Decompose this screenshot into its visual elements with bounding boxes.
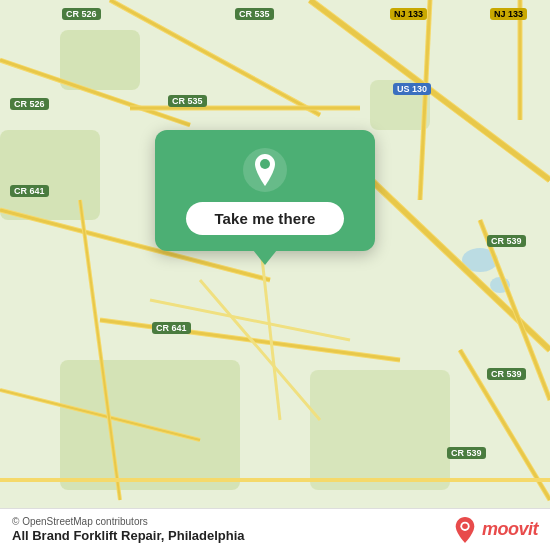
svg-rect-5	[310, 370, 450, 490]
svg-rect-3	[0, 130, 100, 220]
road-badge-us130-right: US 130	[393, 83, 431, 95]
svg-point-40	[462, 523, 468, 529]
location-name: All Brand Forklift Repair, Philadelphia	[12, 528, 245, 543]
popup-card: Take me there	[155, 130, 375, 251]
road-badge-cr539-bottom: CR 539	[447, 447, 486, 459]
bottom-bar: © OpenStreetMap contributors All Brand F…	[0, 508, 550, 550]
road-badge-cr535-mid: CR 535	[168, 95, 207, 107]
svg-line-30	[150, 300, 350, 340]
svg-rect-4	[60, 360, 240, 490]
svg-rect-2	[60, 30, 140, 90]
svg-point-38	[260, 159, 270, 169]
moovit-logo: moovit	[454, 517, 538, 543]
road-badge-nj133-top: NJ 133	[390, 8, 427, 20]
osm-attribution: © OpenStreetMap contributors	[12, 516, 245, 527]
map-container: CR 526 CR 535 NJ 133 NJ 133 CR 526 CR 53…	[0, 0, 550, 550]
map-roads-svg	[0, 0, 550, 550]
road-badge-cr526-left: CR 526	[10, 98, 49, 110]
location-pin-icon	[243, 148, 287, 192]
road-badge-cr526-top: CR 526	[62, 8, 101, 20]
road-badge-cr641-mid: CR 641	[152, 322, 191, 334]
road-badge-nj133-right: NJ 133	[490, 8, 527, 20]
moovit-brand-label: moovit	[482, 519, 538, 540]
take-me-there-button[interactable]: Take me there	[186, 202, 343, 235]
road-badge-cr535-top: CR 535	[235, 8, 274, 20]
road-badge-cr539-right2: CR 539	[487, 368, 526, 380]
moovit-pin-icon	[454, 517, 476, 543]
svg-line-10	[110, 0, 320, 115]
bottom-info: © OpenStreetMap contributors All Brand F…	[12, 516, 245, 543]
road-badge-cr641-left: CR 641	[10, 185, 49, 197]
road-badge-cr539-right: CR 539	[487, 235, 526, 247]
